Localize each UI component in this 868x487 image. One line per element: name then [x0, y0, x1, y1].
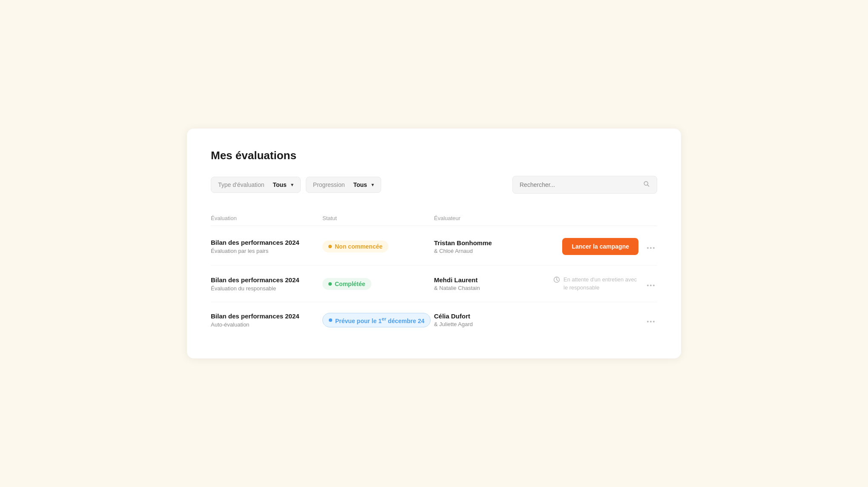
chevron-down-icon: ▾ [291, 182, 293, 188]
eval-title-3: Bilan des performances 2024 [211, 312, 322, 320]
waiting-status: En attente d'un entretien avec le respon… [553, 276, 638, 291]
search-input[interactable] [520, 181, 639, 188]
table-row: Bilan des performances 2024 Auto-évaluat… [211, 302, 657, 338]
evaluator-sub-2: & Natalie Chastain [434, 285, 546, 291]
status-dot-2 [328, 282, 332, 286]
progression-filter[interactable]: Progression Tous ▾ [306, 177, 381, 193]
more-options-button-1[interactable] [644, 241, 657, 252]
status-label-1: Non commencée [335, 243, 382, 250]
launch-campaign-button[interactable]: Lancer la campagne [562, 238, 638, 255]
progression-label: Progression [313, 181, 345, 188]
col-actions [546, 215, 657, 221]
svg-point-10 [653, 284, 655, 286]
eval-info-3: Bilan des performances 2024 Auto-évaluat… [211, 312, 322, 328]
evaluator-name-2: Mehdi Laurent [434, 276, 546, 284]
svg-point-12 [650, 321, 652, 322]
waiting-label: En attente d'un entretien avec le respon… [563, 276, 638, 291]
evaluator-sub-3: & Juliette Agard [434, 321, 546, 327]
search-icon [643, 180, 650, 189]
status-label-2: Complétée [335, 281, 365, 287]
table-header: Évaluation Statut Évaluateur [211, 211, 657, 226]
svg-point-8 [647, 284, 649, 286]
actions-col-2: En attente d'un entretien avec le respon… [546, 276, 657, 291]
svg-point-3 [650, 247, 652, 249]
status-badge-completed: Complétée [322, 278, 371, 290]
evaluator-col-1: Tristan Bonhomme & Chloé Arnaud [434, 239, 546, 254]
status-badge-planned: Prévue pour le 1er décembre 24 [322, 313, 431, 327]
svg-line-7 [557, 280, 558, 281]
actions-col-1: Lancer la campagne [546, 238, 657, 255]
eval-subtitle-2: Évaluation du responsable [211, 285, 322, 292]
filter-prog-spacer [348, 181, 350, 188]
filters-row: Type d'évaluation Tous ▾ Progression Tou… [211, 176, 657, 194]
status-col-2: Complétée [322, 278, 434, 290]
table-row: Bilan des performances 2024 Évaluation p… [211, 228, 657, 266]
status-col-1: Non commencée [322, 241, 434, 252]
svg-line-1 [647, 185, 649, 186]
eval-subtitle-3: Auto-évaluation [211, 321, 322, 328]
svg-point-13 [653, 321, 655, 322]
type-evaluation-filter[interactable]: Type d'évaluation Tous ▾ [211, 177, 301, 193]
svg-point-11 [647, 321, 649, 322]
type-label: Type d'évaluation [218, 181, 264, 188]
search-wrapper [512, 176, 657, 194]
col-statut: Statut [322, 215, 434, 221]
status-dot-3 [329, 318, 332, 322]
col-evaluation: Évaluation [211, 215, 322, 221]
status-dot [328, 245, 332, 248]
svg-point-2 [647, 247, 649, 249]
evaluator-name-1: Tristan Bonhomme [434, 239, 546, 246]
eval-info-2: Bilan des performances 2024 Évaluation d… [211, 276, 322, 292]
more-options-button-2[interactable] [644, 278, 657, 289]
eval-title-2: Bilan des performances 2024 [211, 276, 322, 284]
actions-col-3 [546, 315, 657, 326]
status-label-3: Prévue pour le 1er décembre 24 [335, 316, 424, 324]
eval-info-1: Bilan des performances 2024 Évaluation p… [211, 239, 322, 254]
col-evaluateur: Évaluateur [434, 215, 546, 221]
eval-subtitle-1: Évaluation par les pairs [211, 248, 322, 254]
svg-point-4 [653, 247, 655, 249]
chevron-down-icon-2: ▾ [371, 182, 374, 188]
type-value: Tous [273, 181, 286, 188]
table-row: Bilan des performances 2024 Évaluation d… [211, 266, 657, 302]
page-title: Mes évaluations [211, 149, 657, 162]
main-card: Mes évaluations Type d'évaluation Tous ▾… [187, 129, 681, 358]
evaluator-name-3: Célia Dufort [434, 312, 546, 320]
eval-title-1: Bilan des performances 2024 [211, 239, 322, 246]
evaluator-sub-1: & Chloé Arnaud [434, 248, 546, 254]
svg-point-9 [650, 284, 652, 286]
evaluator-col-3: Célia Dufort & Juliette Agard [434, 312, 546, 327]
clock-icon [553, 276, 560, 285]
status-col-3: Prévue pour le 1er décembre 24 [322, 313, 434, 327]
more-options-button-3[interactable] [644, 315, 657, 326]
status-badge-not-started: Non commencée [322, 241, 388, 252]
filter-type-spacer [268, 181, 270, 188]
progression-value: Tous [353, 181, 367, 188]
evaluator-col-2: Mehdi Laurent & Natalie Chastain [434, 276, 546, 291]
